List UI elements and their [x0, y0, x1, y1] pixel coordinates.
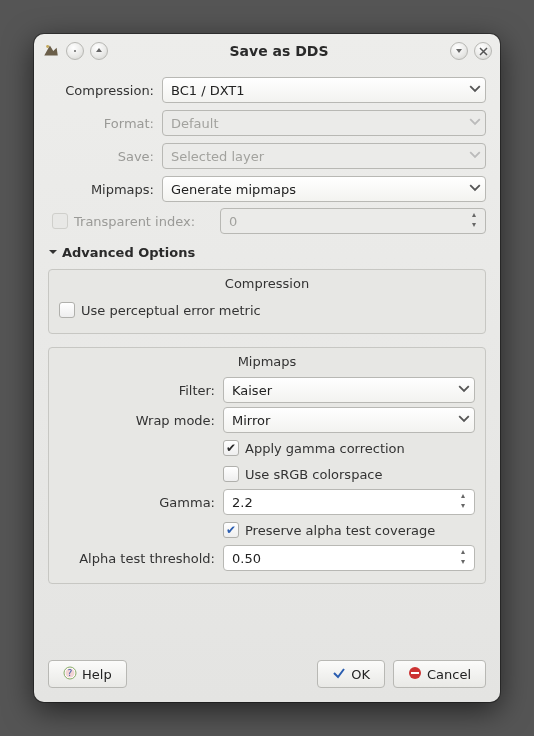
- checkbox-gamma-correction[interactable]: [223, 440, 239, 456]
- close-button[interactable]: [474, 42, 492, 60]
- dropdown-save: Selected layer: [162, 143, 486, 169]
- app-icon: [42, 42, 60, 60]
- dropdown-value: Default: [171, 116, 219, 131]
- button-bar: ? Help OK Cancel: [34, 652, 500, 702]
- label-perceptual: Use perceptual error metric: [81, 303, 261, 318]
- chevron-down-icon: [469, 182, 481, 197]
- chevron-down-icon: [469, 83, 481, 98]
- row-format: Format: Default: [48, 109, 486, 137]
- label-compression: Compression:: [48, 83, 156, 98]
- dropdown-compression[interactable]: BC1 / DXT1: [162, 77, 486, 103]
- row-gamma-correction: Apply gamma correction: [223, 435, 475, 461]
- label-gamma: Gamma:: [59, 495, 215, 510]
- row-wrap: Wrap mode: Mirror: [59, 405, 475, 435]
- dialog-window: Save as DDS Compression: BC1 / DXT1 Form…: [34, 34, 500, 702]
- checkbox-srgb[interactable]: [223, 466, 239, 482]
- label-preserve-alpha: Preserve alpha test coverage: [245, 523, 435, 538]
- row-filter: Filter: Kaiser: [59, 375, 475, 405]
- dropdown-filter[interactable]: Kaiser: [223, 377, 475, 403]
- window-title: Save as DDS: [114, 43, 444, 59]
- spin-value: 0.50: [232, 551, 261, 566]
- svg-point-1: [74, 50, 76, 52]
- label-wrap: Wrap mode:: [59, 413, 215, 428]
- cancel-button[interactable]: Cancel: [393, 660, 486, 688]
- panel-mipmaps: Mipmaps Filter: Kaiser Wrap mode: Mirror…: [48, 347, 486, 584]
- expander-advanced[interactable]: Advanced Options: [48, 245, 486, 260]
- checkbox-transparent-index: [52, 213, 68, 229]
- button-label: Cancel: [427, 667, 471, 682]
- shade-button[interactable]: [450, 42, 468, 60]
- row-save: Save: Selected layer: [48, 142, 486, 170]
- dialog-content: Compression: BC1 / DXT1 Format: Default …: [34, 68, 500, 652]
- svg-rect-6: [411, 672, 419, 674]
- button-label: OK: [351, 667, 370, 682]
- label-transparent-index: Transparent index:: [74, 214, 214, 229]
- dropdown-value: Generate mipmaps: [171, 182, 296, 197]
- ok-icon: [332, 666, 346, 683]
- expander-label: Advanced Options: [62, 245, 195, 260]
- row-gamma: Gamma: 2.2 ▴▾: [59, 487, 475, 517]
- dropdown-format: Default: [162, 110, 486, 136]
- dropdown-value: BC1 / DXT1: [171, 83, 245, 98]
- spin-value: 0: [229, 214, 237, 229]
- maximize-button[interactable]: [90, 42, 108, 60]
- label-save: Save:: [48, 149, 156, 164]
- dropdown-mipmaps[interactable]: Generate mipmaps: [162, 176, 486, 202]
- label-srgb: Use sRGB colorspace: [245, 467, 383, 482]
- row-alpha-threshold: Alpha test threshold: 0.50 ▴▾: [59, 543, 475, 573]
- ok-button[interactable]: OK: [317, 660, 385, 688]
- chevron-down-icon: [458, 413, 470, 428]
- cancel-icon: [408, 666, 422, 683]
- spin-alpha-threshold[interactable]: 0.50 ▴▾: [223, 545, 475, 571]
- svg-point-0: [46, 45, 49, 48]
- svg-text:?: ?: [68, 668, 73, 678]
- row-perceptual: Use perceptual error metric: [59, 297, 475, 323]
- label-gamma-correction: Apply gamma correction: [245, 441, 405, 456]
- dropdown-wrap[interactable]: Mirror: [223, 407, 475, 433]
- label-filter: Filter:: [59, 383, 215, 398]
- row-mipmaps: Mipmaps: Generate mipmaps: [48, 175, 486, 203]
- chevron-down-icon: [469, 149, 481, 164]
- panel-compression: Compression Use perceptual error metric: [48, 269, 486, 334]
- dropdown-value: Kaiser: [232, 383, 272, 398]
- row-srgb: Use sRGB colorspace: [223, 461, 475, 487]
- checkbox-perceptual[interactable]: [59, 302, 75, 318]
- row-transparent-index: Transparent index: 0 ▴▾: [52, 208, 486, 234]
- row-preserve-alpha: Preserve alpha test coverage: [223, 517, 475, 543]
- chevron-down-icon: [48, 245, 58, 260]
- row-compression: Compression: BC1 / DXT1: [48, 76, 486, 104]
- label-alpha-threshold: Alpha test threshold:: [59, 551, 215, 566]
- panel-title-compression: Compression: [59, 276, 475, 291]
- spin-buttons[interactable]: ▴▾: [456, 548, 470, 568]
- spin-buttons[interactable]: ▴▾: [456, 492, 470, 512]
- checkbox-preserve-alpha[interactable]: [223, 522, 239, 538]
- spin-buttons: ▴▾: [467, 211, 481, 231]
- spin-gamma[interactable]: 2.2 ▴▾: [223, 489, 475, 515]
- titlebar[interactable]: Save as DDS: [34, 34, 500, 68]
- panel-title-mipmaps: Mipmaps: [59, 354, 475, 369]
- help-icon: ?: [63, 666, 77, 683]
- chevron-down-icon: [458, 383, 470, 398]
- label-format: Format:: [48, 116, 156, 131]
- button-label: Help: [82, 667, 112, 682]
- label-mipmaps: Mipmaps:: [48, 182, 156, 197]
- minimize-button[interactable]: [66, 42, 84, 60]
- help-button[interactable]: ? Help: [48, 660, 127, 688]
- chevron-down-icon: [469, 116, 481, 131]
- spin-transparent-index: 0 ▴▾: [220, 208, 486, 234]
- spin-value: 2.2: [232, 495, 253, 510]
- dropdown-value: Mirror: [232, 413, 270, 428]
- dropdown-value: Selected layer: [171, 149, 264, 164]
